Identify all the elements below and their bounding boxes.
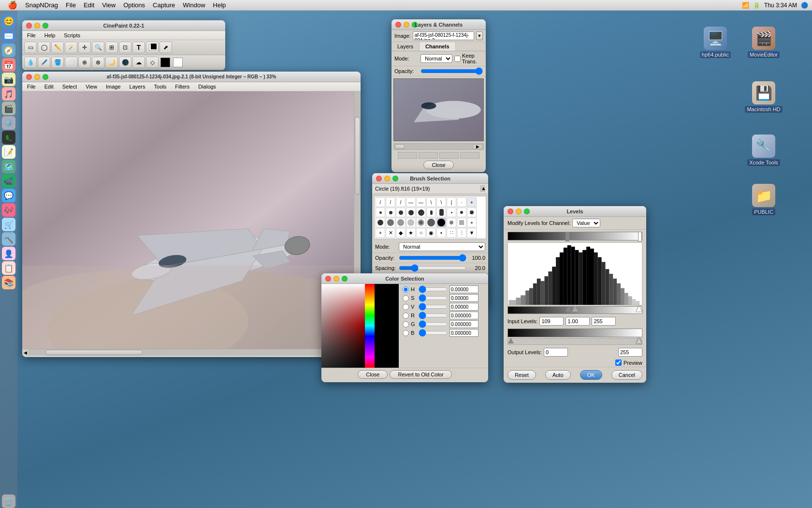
tool-fg-bg[interactable] bbox=[146, 42, 159, 53]
brush-mode-select[interactable]: Normal bbox=[399, 242, 485, 251]
levels-output-white[interactable] bbox=[618, 348, 642, 357]
image-menu-image[interactable]: Image bbox=[104, 83, 123, 90]
cinepaint-menu-scripts[interactable]: Scripts bbox=[62, 32, 82, 39]
tab-layers[interactable]: Layers bbox=[392, 42, 420, 51]
layers-image-select[interactable]: af-f35-jsf-080125-f-1234j-034.jpg-2 bbox=[413, 31, 474, 40]
cinepaint-minimize-btn[interactable] bbox=[34, 23, 40, 29]
layers-mode-select[interactable]: Normal bbox=[420, 54, 452, 63]
menubar-snapndrag[interactable]: SnapNDrag bbox=[21, 0, 62, 11]
desktop-icon-macintosh-hd[interactable]: 💾 Macintosh HD bbox=[744, 81, 783, 113]
brush-cell-4[interactable]: — bbox=[416, 197, 426, 207]
levels-preview-checkbox[interactable] bbox=[615, 359, 622, 366]
brush-cell-13[interactable] bbox=[406, 208, 416, 217]
tool-heal[interactable]: ⊗ bbox=[92, 57, 104, 68]
image-menu-edit[interactable]: Edit bbox=[43, 83, 56, 90]
dock-maps[interactable]: 🗺️ bbox=[2, 160, 15, 173]
layer-btn-2[interactable] bbox=[419, 152, 438, 159]
brush-cell-38[interactable]: ⋮ bbox=[457, 228, 466, 238]
levels-close-btn[interactable] bbox=[508, 209, 513, 214]
menubar-view[interactable]: View bbox=[98, 0, 119, 11]
levels-output-white-handle[interactable] bbox=[636, 338, 642, 344]
channel-v-slider[interactable] bbox=[419, 304, 448, 310]
levels-auto-button[interactable]: Auto bbox=[545, 370, 571, 380]
levels-minimize-btn[interactable] bbox=[516, 209, 522, 214]
cinepaint-menu-help[interactable]: Help bbox=[43, 32, 58, 39]
brush-cell-28[interactable] bbox=[457, 218, 466, 227]
menubar-file[interactable]: File bbox=[62, 0, 80, 11]
levels-maximize-btn[interactable] bbox=[524, 209, 530, 214]
brush-cell-19[interactable] bbox=[467, 208, 477, 217]
brush-spacing-slider[interactable] bbox=[399, 265, 466, 271]
dock-terminal[interactable]: $_ bbox=[2, 131, 15, 144]
brush-cell-10[interactable] bbox=[376, 208, 385, 217]
color-maximize-btn[interactable] bbox=[342, 276, 348, 282]
scroll-left-btn[interactable]: ◀ bbox=[22, 349, 29, 356]
brush-cell-8[interactable]: · bbox=[457, 197, 466, 207]
levels-input-mid[interactable] bbox=[566, 317, 590, 326]
channel-s-input[interactable] bbox=[450, 294, 478, 302]
cinepaint-close-btn[interactable] bbox=[26, 23, 32, 29]
color-swatch-black[interactable] bbox=[160, 58, 170, 67]
channel-g-radio[interactable] bbox=[403, 321, 409, 328]
channel-v-input[interactable] bbox=[450, 303, 478, 311]
brush-cell-30[interactable]: + bbox=[376, 228, 385, 238]
image-menu-dialogs[interactable]: Dialogs bbox=[196, 83, 218, 90]
brush-cell-14[interactable] bbox=[416, 208, 426, 217]
color-minimize-btn[interactable] bbox=[334, 276, 339, 282]
dock-mail[interactable]: ✉️ bbox=[2, 29, 15, 43]
channel-b-radio[interactable] bbox=[403, 330, 409, 336]
image-maximize-btn[interactable] bbox=[43, 74, 48, 80]
channel-r-input[interactable] bbox=[450, 312, 478, 319]
image-menu-file[interactable]: File bbox=[25, 83, 38, 90]
desktop-icon-movieeditor[interactable]: 🎬 MovieEditor bbox=[744, 27, 783, 58]
layers-minimize-btn[interactable] bbox=[404, 22, 409, 28]
levels-output-black-handle[interactable] bbox=[508, 338, 514, 344]
tool-dodge[interactable]: 🌙 bbox=[105, 57, 118, 68]
brush-cell-20[interactable] bbox=[376, 218, 385, 227]
brush-scroll-up[interactable]: ▲ bbox=[480, 185, 485, 192]
canvas-area[interactable] bbox=[22, 91, 354, 349]
dock-messages[interactable]: 💬 bbox=[2, 189, 15, 202]
dock-safari[interactable]: 🧭 bbox=[2, 44, 15, 57]
brush-cell-3[interactable]: — bbox=[406, 197, 416, 207]
levels-input-black[interactable] bbox=[539, 317, 564, 326]
brush-cell-6[interactable]: \ bbox=[436, 197, 446, 207]
tool-rect-select[interactable]: ▭ bbox=[24, 42, 37, 53]
levels-input-highlight-handle[interactable] bbox=[638, 232, 642, 241]
image-menu-layers[interactable]: Layers bbox=[128, 83, 147, 90]
image-close-btn[interactable] bbox=[26, 74, 32, 80]
levels-midpoint-handle[interactable] bbox=[572, 306, 578, 312]
image-menu-tools[interactable]: Tools bbox=[152, 83, 169, 90]
levels-channel-select[interactable]: Value bbox=[572, 219, 600, 227]
dock-appstore[interactable]: 🛒 bbox=[2, 218, 15, 231]
brush-minimize-btn[interactable] bbox=[384, 176, 390, 181]
channel-r-slider[interactable] bbox=[419, 313, 448, 318]
tool-fill[interactable]: 🪣 bbox=[51, 57, 64, 68]
brush-cell-7[interactable]: | bbox=[447, 197, 456, 207]
levels-highlight-handle[interactable] bbox=[636, 306, 642, 312]
brush-cell-31[interactable]: ✕ bbox=[386, 228, 395, 238]
brush-opacity-slider[interactable] bbox=[399, 254, 466, 261]
brush-cell-5[interactable]: \ bbox=[426, 197, 436, 207]
apple-menu[interactable]: 🍎 bbox=[4, 0, 21, 11]
channel-h-radio[interactable] bbox=[403, 286, 409, 293]
h-scrollbar-thumb[interactable] bbox=[45, 350, 143, 355]
brush-cell-16[interactable] bbox=[436, 208, 446, 217]
dock-photos[interactable]: 📷 bbox=[2, 73, 15, 86]
levels-shadow-handle[interactable] bbox=[566, 306, 571, 312]
channel-h-input[interactable] bbox=[450, 285, 478, 293]
channel-b-input[interactable] bbox=[450, 329, 478, 337]
brush-cell-0[interactable]: / bbox=[376, 197, 385, 207]
desktop-icon-hp64public[interactable]: 🖥️ hp64.public bbox=[696, 27, 735, 58]
brush-cell-12[interactable] bbox=[396, 208, 406, 217]
levels-output-black[interactable] bbox=[544, 348, 568, 357]
brush-cell-35[interactable]: ◉ bbox=[426, 228, 436, 238]
dock-music[interactable]: 🎶 bbox=[2, 203, 15, 217]
brush-cell-36[interactable]: • bbox=[436, 228, 446, 238]
levels-ok-button[interactable]: OK bbox=[580, 370, 602, 380]
channel-s-radio[interactable] bbox=[403, 295, 409, 301]
layers-scrollbar[interactable]: ▶ bbox=[393, 143, 484, 150]
color-spectrum[interactable] bbox=[365, 284, 375, 368]
tool-ellipse-select[interactable]: ◯ bbox=[38, 42, 50, 53]
canvas-scrollbar-horizontal[interactable]: ◀ ▶ bbox=[22, 349, 361, 356]
